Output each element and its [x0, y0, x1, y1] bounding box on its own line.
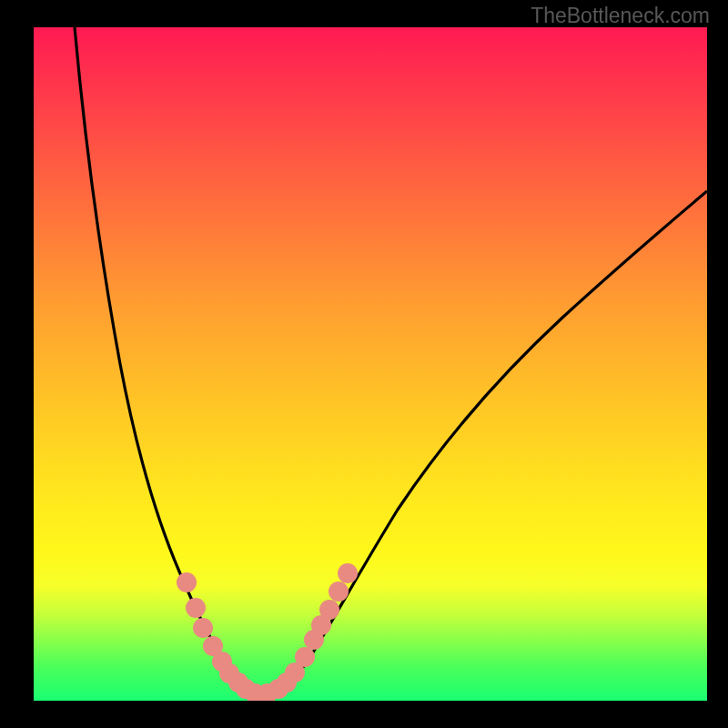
- plot-area: [34, 27, 707, 701]
- data-point: [338, 563, 358, 583]
- data-point: [186, 598, 206, 618]
- bottleneck-curve: [75, 27, 707, 697]
- curve-layer: [75, 27, 707, 697]
- points-layer: [177, 563, 358, 701]
- data-point: [295, 647, 315, 667]
- data-point: [177, 572, 197, 592]
- data-point: [193, 618, 213, 638]
- watermark-text: TheBottleneck.com: [531, 4, 710, 28]
- chart-svg: [34, 27, 707, 701]
- data-point: [329, 581, 349, 602]
- chart-frame: TheBottleneck.com: [0, 0, 728, 728]
- data-point: [319, 600, 339, 620]
